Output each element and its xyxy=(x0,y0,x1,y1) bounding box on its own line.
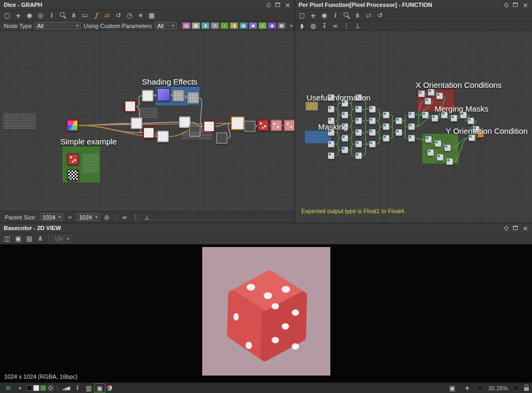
graph-node-white-red[interactable] xyxy=(124,100,136,112)
display-icon[interactable] xyxy=(80,11,90,20)
graph-node-white-orange[interactable] xyxy=(231,116,245,130)
graph-node-noise[interactable] xyxy=(173,90,184,102)
info-icon[interactable] xyxy=(330,11,340,20)
graph-node-color[interactable] xyxy=(67,120,78,131)
graph-node-fn[interactable] xyxy=(328,106,335,113)
graph-node-fn[interactable] xyxy=(450,115,457,122)
graph-node-fn[interactable] xyxy=(408,112,415,118)
pan-tool-icon[interactable] xyxy=(308,11,318,20)
colorwheel-icon[interactable] xyxy=(106,385,113,391)
graph-node-fn[interactable] xyxy=(383,135,390,142)
view2d-toggle-icon[interactable] xyxy=(95,384,105,392)
graph-node-fn[interactable] xyxy=(355,117,362,124)
view2d-canvas[interactable]: 1024 x 1024 (RGBA, 16bpc) xyxy=(0,244,532,382)
graph-node-fn[interactable] xyxy=(355,152,362,159)
filter-effects-icon[interactable]: ◆ xyxy=(249,22,257,29)
graph-node-pink[interactable] xyxy=(284,120,294,131)
align-nodes-icon[interactable] xyxy=(341,22,351,30)
pin-icon[interactable] xyxy=(504,2,509,7)
timer-icon[interactable] xyxy=(124,11,134,20)
link-create-icon[interactable] xyxy=(69,11,79,20)
dice-graph-canvas[interactable]: Shading EffectsSimple example xyxy=(0,31,294,211)
link-sizes-icon[interactable] xyxy=(65,213,75,222)
graph-node-fn[interactable] xyxy=(369,106,376,113)
graph-node-dark[interactable] xyxy=(216,132,228,144)
channels-icon[interactable] xyxy=(84,384,94,392)
snapshot-icon[interactable] xyxy=(24,11,34,20)
bg-white-swatch[interactable] xyxy=(33,385,39,391)
select-tool-icon[interactable] xyxy=(2,11,12,20)
graph-node-fn[interactable] xyxy=(431,115,438,122)
parent-height-dropdown[interactable]: 1024 ▾ xyxy=(76,213,100,221)
pin-node-icon[interactable] xyxy=(319,22,329,30)
graph-node-white[interactable] xyxy=(142,90,154,102)
graph-node-fn[interactable] xyxy=(444,144,451,151)
graph-node-fn[interactable] xyxy=(395,129,402,136)
filter-channels-icon[interactable]: × xyxy=(211,22,219,29)
graph-node-fn[interactable] xyxy=(408,123,415,130)
caret-down-icon[interactable] xyxy=(15,384,25,392)
bg-checker-swatch[interactable] xyxy=(48,385,53,391)
snap-icon[interactable] xyxy=(142,213,152,222)
empty-function-icon[interactable] xyxy=(308,22,318,30)
bg-black-swatch[interactable] xyxy=(26,385,32,391)
board-icon[interactable] xyxy=(147,11,157,20)
connector-visibility-icon[interactable] xyxy=(330,22,340,30)
graph-panel-header[interactable]: Dice - GRAPH × xyxy=(0,0,294,10)
snapshot-icon[interactable] xyxy=(319,11,329,20)
node-type-dropdown[interactable]: All ▾ xyxy=(34,22,81,30)
graph-node-fn[interactable] xyxy=(341,135,348,142)
graph-node-fn[interactable] xyxy=(408,135,415,142)
graph-node-fn[interactable] xyxy=(427,149,434,156)
filter-grayscale-icon[interactable]: ▦ xyxy=(192,22,200,29)
histogram-icon[interactable] xyxy=(61,384,71,392)
zoom-in-button[interactable] xyxy=(513,385,519,391)
graph-node-fn[interactable] xyxy=(436,93,443,99)
background-mode-icon[interactable] xyxy=(3,384,13,392)
graph-node-fn[interactable] xyxy=(341,147,348,153)
graph-node-dice[interactable] xyxy=(67,153,79,165)
filter-atlas-icon[interactable]: ▦ xyxy=(239,22,248,29)
graph-node-dice[interactable] xyxy=(257,120,269,131)
graph-node-fn[interactable] xyxy=(369,117,376,124)
select-tool-icon[interactable] xyxy=(297,11,307,20)
graph-node-fn[interactable] xyxy=(383,112,390,118)
graph-node-fn[interactable] xyxy=(446,158,453,165)
export-image-icon[interactable] xyxy=(2,234,12,243)
information-icon[interactable] xyxy=(73,384,83,392)
graph-node-fn[interactable] xyxy=(369,129,376,136)
swap-connections-icon[interactable] xyxy=(364,11,374,20)
copy-image-icon[interactable] xyxy=(24,234,34,243)
graph-node-noise[interactable] xyxy=(187,92,199,104)
comment-icon[interactable] xyxy=(297,22,307,30)
graph-node-fn[interactable] xyxy=(369,141,376,148)
save-image-icon[interactable] xyxy=(13,234,23,243)
graph-node-fn[interactable] xyxy=(418,90,425,97)
function-graph-canvas[interactable]: Expected output type is Float1 or Float4… xyxy=(295,31,532,223)
float-window-icon[interactable] xyxy=(275,3,280,7)
function-panel-header[interactable]: Per Pixel Function[Pixel Processor] - FU… xyxy=(295,0,532,10)
float-window-icon[interactable] xyxy=(513,3,518,7)
graph-node-fn[interactable] xyxy=(341,112,348,118)
pin-icon[interactable] xyxy=(266,2,272,7)
snap-icon[interactable] xyxy=(353,22,363,30)
graph-view-icon[interactable] xyxy=(35,234,46,243)
connector-visibility-icon[interactable] xyxy=(120,213,130,222)
focus-icon[interactable] xyxy=(35,11,46,20)
filter-material-icon[interactable]: ◉ xyxy=(268,22,276,29)
filter-noise-icon[interactable]: ∕ xyxy=(220,22,229,29)
graph-node-fn[interactable] xyxy=(425,136,432,143)
graph-node-fn[interactable] xyxy=(437,154,444,161)
float-window-icon[interactable] xyxy=(513,226,518,230)
graph-node-fn[interactable] xyxy=(428,89,435,96)
filter-normal-icon[interactable]: ∕ xyxy=(258,22,267,29)
lock-icon[interactable] xyxy=(524,387,529,391)
fit-image-icon[interactable] xyxy=(447,384,457,392)
graph-node-fn[interactable] xyxy=(355,106,362,113)
filter-blend-icon[interactable]: ◗ xyxy=(201,22,210,29)
pan-tool-icon[interactable] xyxy=(13,11,23,20)
close-icon[interactable]: × xyxy=(522,2,528,8)
search-icon[interactable] xyxy=(341,11,351,20)
custom-params-dropdown[interactable]: All ▾ xyxy=(155,22,177,30)
filter-mesh-icon[interactable]: ▦ xyxy=(277,22,286,29)
